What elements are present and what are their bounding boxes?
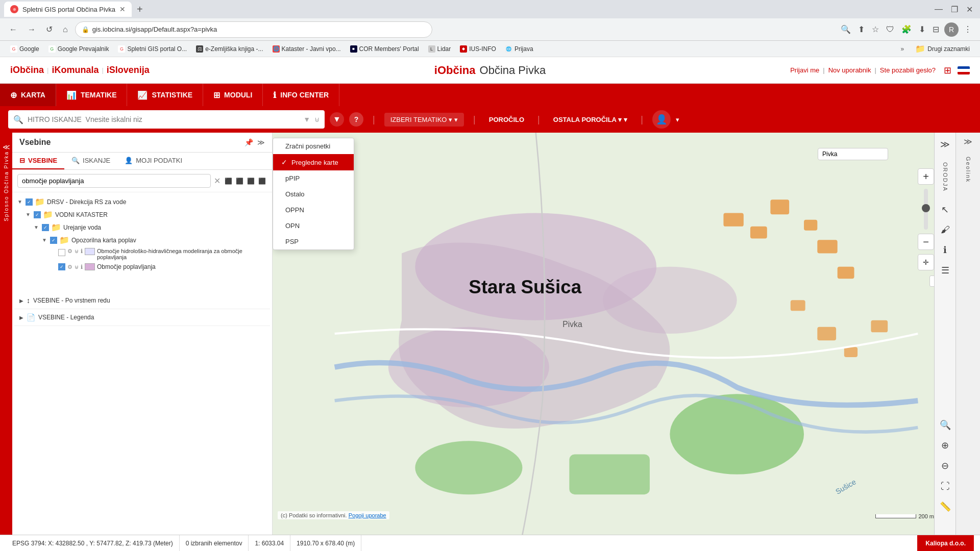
choose-theme-button[interactable]: IZBERI TEMATIKO ▾ ▾ <box>384 113 464 127</box>
more-button[interactable]: ⋮ <box>962 22 974 36</box>
nav-item-statistike[interactable]: 📈 STATISTIKE <box>127 84 203 106</box>
tree-item-hidro-modeliranje[interactable]: ⚙ ⊎ ℹ Območje hidrološko-hidravličnega m… <box>47 246 270 262</box>
tab-iskanje[interactable]: 🔍 ISKANJE <box>64 153 117 169</box>
bookmark-kataster[interactable]: 🌐 Kataster - Javni vpo... <box>268 44 345 54</box>
section-po-vrstnem-redu[interactable]: ▶ ↕ VSEBINE - Po vrstnem redu <box>14 292 270 309</box>
download-button[interactable]: ⬇ <box>917 22 927 36</box>
tree-item-opozorilna[interactable]: ▼ ✓ 📁 Opozorilna karta poplav <box>39 234 270 246</box>
zoom-slider[interactable] <box>924 189 928 230</box>
bookmark-lidar[interactable]: L Lidar <box>424 44 455 54</box>
dropdown-item-psp[interactable]: PSP <box>273 234 354 249</box>
new-user-link[interactable]: Nov uporabnik <box>828 66 871 74</box>
grid-icon[interactable]: ⊞ <box>944 65 951 76</box>
layer-info-icon2[interactable]: ℹ <box>81 264 83 270</box>
dropdown-item-oppn[interactable]: OPPN <box>273 202 354 218</box>
info-tool-button[interactable]: ℹ <box>941 242 949 258</box>
back-button[interactable]: ← <box>6 23 20 36</box>
search-help-button[interactable]: ? <box>349 112 363 127</box>
measure-tool-button[interactable]: 📏 <box>938 499 953 514</box>
nav-item-tematike[interactable]: 📊 TEMATIKE <box>56 84 128 106</box>
zoom-center-button[interactable]: ✛ <box>918 254 934 270</box>
align-justify-button[interactable]: ⬛ <box>257 177 267 186</box>
dropdown-item-ostalo[interactable]: Ostalo <box>273 186 354 202</box>
bookmark-folder[interactable]: 📁 Drugi zaznamki <box>911 43 974 55</box>
new-tab-button[interactable]: + <box>134 4 146 15</box>
zoom-out-tool[interactable]: ⊖ <box>939 458 951 473</box>
close-window-button[interactable]: ✕ <box>963 3 976 16</box>
tab-close-button[interactable]: ✕ <box>119 5 126 13</box>
minimize-window-button[interactable]: — <box>932 3 946 16</box>
tree-item-urejanje-voda[interactable]: ▼ ✓ 📁 Urejanje voda <box>31 221 270 234</box>
select-tool-button[interactable]: ↖ <box>939 202 951 217</box>
zoom-in-tool[interactable]: ⊕ <box>939 438 951 453</box>
address-bar[interactable]: 🔒 gis.iobcina.si/gisapp/Default.aspx?a=p… <box>75 21 432 38</box>
search-browser-button[interactable]: 🔍 <box>839 22 853 36</box>
profile-button[interactable]: R <box>944 22 959 37</box>
collapse-icon[interactable]: ≫ <box>257 138 265 146</box>
dropdown-item-ppip[interactable]: pPIP <box>273 170 354 186</box>
pin-icon[interactable]: 📌 <box>244 138 253 146</box>
map-place-input[interactable] <box>822 151 884 158</box>
bookmarks-more-button[interactable]: » <box>897 44 909 54</box>
nav-item-moduli[interactable]: ⊞ MODULI <box>203 84 263 106</box>
favorites-button[interactable]: ☆ <box>870 22 881 36</box>
panel-search-clear-button[interactable]: ✕ <box>214 176 220 186</box>
maximize-window-button[interactable]: ❐ <box>948 3 961 16</box>
bookmark-prijava[interactable]: 🌐 Prijava <box>501 44 537 54</box>
checkbox-vodni-kataster[interactable]: ✓ <box>34 211 41 218</box>
map-area[interactable]: Stara Sušica Pivka Sušice Zračni posnetk… <box>273 133 980 535</box>
list-tool-button[interactable]: ☰ <box>939 263 951 278</box>
layer-settings-icon2[interactable]: ⚙ <box>67 264 72 270</box>
layer-filter-icon2[interactable]: ⊎ <box>75 264 79 270</box>
geolink-arrow-icon[interactable]: ≫ <box>964 137 972 146</box>
dropdown-item-opn[interactable]: OPN <box>273 218 354 234</box>
bookmark-zemljiska[interactable]: ⚖ e-Zemljiška knjiga -... <box>192 44 267 54</box>
checkbox-opozorilna[interactable]: ✓ <box>50 237 57 244</box>
bookmark-google[interactable]: G Google <box>6 44 43 54</box>
zoom-in-button[interactable]: + <box>918 168 934 185</box>
paint-tool-button[interactable]: 🖌 <box>939 222 952 237</box>
search-filter-icon[interactable]: ▼ <box>303 115 310 123</box>
login-link[interactable]: Prijavi me <box>790 66 819 74</box>
align-left-button[interactable]: ⬛ <box>224 177 233 186</box>
tab-vsebine[interactable]: ⊟ VSEBINE <box>12 153 64 169</box>
search-dropdown-button[interactable]: ▼ <box>330 112 344 127</box>
split-screen-button[interactable]: ⊟ <box>930 22 941 36</box>
checkbox-drsv[interactable]: ✓ <box>26 198 33 206</box>
browser-tab[interactable]: ⊕ Spletni GIS portal Občina Pivka ✕ <box>4 2 132 17</box>
bookmark-gis[interactable]: G Spletni GIS portal O... <box>114 44 191 54</box>
nav-item-info-center[interactable]: ℹ INFO CENTER <box>263 84 339 106</box>
person-icon-button[interactable]: 👤 <box>652 110 671 129</box>
extensions-button[interactable]: 🧩 <box>899 22 914 36</box>
bookmark-cor[interactable]: ■ COR Members' Portal <box>346 44 423 54</box>
home-button[interactable]: ⌂ <box>60 23 71 36</box>
tree-item-obmocje-poplavljanja[interactable]: ✓ ⚙ ⊎ ℹ Območje poplavljanja <box>47 262 270 272</box>
bookmark-ius[interactable]: ◆ IUS-INFO <box>456 44 500 54</box>
zoom-area-button[interactable]: 🔍 <box>938 417 953 433</box>
share-button[interactable]: ⬆ <box>856 22 867 36</box>
section-legenda[interactable]: ▶ 📄 VSEBINE - Legenda <box>14 309 270 326</box>
layer-info-icon[interactable]: ℹ <box>81 248 83 255</box>
panel-search-input[interactable] <box>17 174 211 188</box>
checkbox-urejanje-voda[interactable]: ✓ <box>42 224 49 231</box>
reload-button[interactable]: ↺ <box>43 22 56 36</box>
checkbox-obmocje-poplavljanja[interactable]: ✓ <box>58 263 65 270</box>
copyright-link[interactable]: Pogoji uporabe <box>349 512 386 518</box>
shield-button[interactable]: 🛡 <box>884 23 896 36</box>
search-funnel-icon[interactable]: ⊎ <box>314 115 320 123</box>
layer-filter-icon[interactable]: ⊎ <box>75 248 79 255</box>
other-reports-button[interactable]: OSTALA POROČILA ▾ ▾ <box>549 113 631 127</box>
align-right-button[interactable]: ⬛ <box>246 177 256 186</box>
collapse-right-button[interactable]: ≫ <box>938 137 952 152</box>
bookmark-prevajalnik[interactable]: G Google Prevajalnik <box>44 44 113 54</box>
slovenian-flag-icon[interactable] <box>958 66 970 74</box>
full-extent-button[interactable]: ⛶ <box>939 479 952 494</box>
align-center-button[interactable]: ⬛ <box>235 177 244 186</box>
forward-button[interactable]: → <box>24 23 39 36</box>
layer-settings-icon[interactable]: ⚙ <box>67 248 72 255</box>
sidebar-toggle[interactable]: ≪ Splosno Občina Pivka <box>0 133 12 535</box>
forgot-password-link[interactable]: Ste pozabili geslo? <box>880 66 936 74</box>
tree-item-drsv[interactable]: ▼ ✓ 📁 DRSV - Direkcija RS za vode <box>14 195 270 208</box>
tab-moji-podatki[interactable]: 👤 MOJI PODATKI <box>117 153 189 169</box>
search-input[interactable] <box>28 115 299 123</box>
